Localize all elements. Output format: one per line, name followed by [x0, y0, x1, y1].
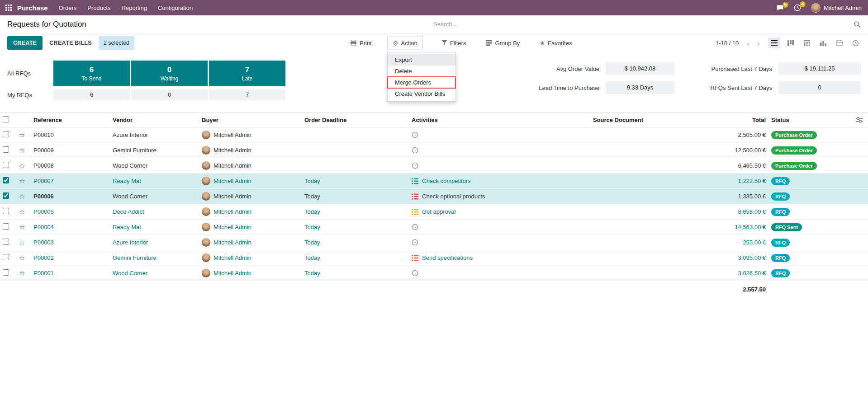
- calendar-view-button[interactable]: [833, 38, 845, 48]
- rfq-reference[interactable]: P00007: [31, 178, 110, 184]
- clock-icon[interactable]: [412, 131, 418, 138]
- star-icon[interactable]: ☆: [16, 224, 31, 230]
- row-checkbox[interactable]: [3, 208, 9, 214]
- kpi-late[interactable]: 7 Late: [209, 61, 285, 86]
- group-by-button[interactable]: Group By: [481, 37, 525, 50]
- column-activities[interactable]: Activities: [409, 117, 545, 123]
- table-row[interactable]: ☆ P00005 Deco Addict Mitchell Admin Toda…: [0, 204, 868, 220]
- rfq-reference[interactable]: P00008: [31, 162, 110, 169]
- table-row[interactable]: ☆ P00008 Wood Corner Mitchell Admin 6,46…: [0, 158, 868, 174]
- select-all-checkbox[interactable]: [3, 116, 9, 122]
- kpi-waiting[interactable]: 0 Waiting: [131, 61, 208, 86]
- clock-icon[interactable]: [412, 147, 418, 154]
- activity-summary[interactable]: Send specifications: [422, 254, 473, 261]
- star-icon[interactable]: ☆: [16, 131, 31, 138]
- nav-products[interactable]: Products: [87, 5, 110, 11]
- column-buyer[interactable]: Buyer: [199, 117, 302, 123]
- my-rfqs-label[interactable]: My RFQs: [7, 92, 53, 98]
- activity-summary[interactable]: Get approval: [422, 208, 455, 215]
- star-icon[interactable]: ☆: [16, 254, 31, 261]
- filters-button[interactable]: Filters: [436, 37, 471, 50]
- create-button[interactable]: CREATE: [7, 36, 43, 50]
- row-checkbox[interactable]: [3, 177, 9, 183]
- row-checkbox[interactable]: [3, 146, 9, 153]
- star-icon[interactable]: ☆: [16, 178, 31, 184]
- activity-view-button[interactable]: [849, 38, 862, 48]
- star-icon[interactable]: ☆: [16, 208, 31, 215]
- clock-icon[interactable]: [412, 224, 418, 230]
- rfq-reference[interactable]: P00003: [31, 239, 110, 246]
- column-vendor[interactable]: Vendor: [110, 117, 199, 123]
- clock-icon[interactable]: [412, 239, 418, 246]
- apps-menu-icon[interactable]: [5, 5, 12, 11]
- rfq-reference[interactable]: P00002: [31, 254, 110, 261]
- table-row[interactable]: ☆ P00007 Ready Mat Mitchell Admin Today …: [0, 174, 868, 189]
- messages-icon[interactable]: 5: [776, 5, 784, 11]
- rfq-reference[interactable]: P00005: [31, 208, 110, 215]
- activity-cell[interactable]: Get approval: [409, 208, 545, 215]
- my-kpi-waiting[interactable]: 0: [131, 89, 208, 100]
- activity-cell[interactable]: Check optional products: [409, 193, 545, 200]
- row-checkbox[interactable]: [3, 192, 9, 199]
- activity-list-icon[interactable]: [412, 255, 418, 261]
- row-checkbox[interactable]: [3, 269, 9, 276]
- row-checkbox[interactable]: [3, 223, 9, 230]
- activity-cell[interactable]: [409, 162, 545, 169]
- search-icon[interactable]: [854, 21, 861, 28]
- activities-icon[interactable]: 4: [794, 4, 801, 11]
- column-order-deadline[interactable]: Order Deadline: [302, 117, 409, 123]
- clock-icon[interactable]: [412, 270, 418, 277]
- star-icon[interactable]: ☆: [16, 239, 31, 246]
- table-row[interactable]: ☆ P00003 Azure Interior Mitchell Admin T…: [0, 235, 868, 250]
- all-rfqs-label[interactable]: All RFQs: [7, 70, 53, 77]
- search-input[interactable]: [433, 21, 854, 28]
- rfq-reference[interactable]: P00004: [31, 224, 110, 230]
- my-kpi-late[interactable]: 7: [209, 89, 285, 100]
- activity-cell[interactable]: Check competitors: [409, 178, 545, 184]
- activity-summary[interactable]: Check competitors: [422, 178, 471, 184]
- star-icon[interactable]: ☆: [16, 270, 31, 277]
- pager-next-icon[interactable]: ›: [757, 39, 760, 47]
- nav-reporting[interactable]: Reporting: [122, 5, 147, 11]
- menu-item-create-vendor-bills[interactable]: Create Vendor Bills: [388, 88, 455, 99]
- table-row[interactable]: ☆ P00009 Gemini Furniture Mitchell Admin…: [0, 143, 868, 158]
- rfq-reference[interactable]: P00001: [31, 270, 110, 277]
- kanban-view-button[interactable]: [784, 38, 797, 48]
- activity-cell[interactable]: [409, 147, 545, 154]
- table-row[interactable]: ☆ P00001 Wood Corner Mitchell Admin Toda…: [0, 266, 868, 281]
- list-view-button[interactable]: [768, 38, 780, 48]
- table-row[interactable]: ☆ P00004 Ready Mat Mitchell Admin Today …: [0, 220, 868, 235]
- kpi-to-send[interactable]: 6 To Send: [53, 61, 130, 86]
- menu-item-delete[interactable]: Delete: [388, 66, 455, 77]
- activity-list-icon[interactable]: [412, 209, 418, 215]
- row-checkbox[interactable]: [3, 131, 9, 137]
- graph-view-button[interactable]: [817, 38, 829, 48]
- star-icon[interactable]: ☆: [16, 193, 31, 200]
- print-button[interactable]: Print: [345, 37, 377, 50]
- nav-orders[interactable]: Orders: [59, 5, 77, 11]
- star-icon[interactable]: ☆: [16, 147, 31, 154]
- column-reference[interactable]: Reference: [31, 117, 110, 123]
- column-source-document[interactable]: Source Document: [545, 117, 692, 123]
- column-total[interactable]: Total: [692, 117, 768, 123]
- favorites-button[interactable]: ★ Favorites: [535, 37, 577, 50]
- activity-cell[interactable]: [409, 270, 545, 277]
- rfq-reference[interactable]: P00009: [31, 147, 110, 154]
- activity-list-icon[interactable]: [412, 193, 418, 200]
- user-menu[interactable]: Mitchell Admin: [811, 3, 862, 13]
- table-row[interactable]: ☆ P00010 Azure Interior Mitchell Admin 2…: [0, 127, 868, 143]
- activity-summary[interactable]: Check optional products: [422, 193, 485, 200]
- activity-cell[interactable]: Send specifications: [409, 254, 545, 261]
- my-kpi-to-send[interactable]: 6: [53, 89, 130, 100]
- app-name[interactable]: Purchase: [17, 4, 48, 12]
- table-row[interactable]: ☆ P00002 Gemini Furniture Mitchell Admin…: [0, 250, 868, 266]
- action-button[interactable]: ⚙ Action: [387, 36, 423, 50]
- row-checkbox[interactable]: [3, 254, 9, 260]
- create-bills-button[interactable]: CREATE BILLS: [49, 40, 92, 46]
- clock-icon[interactable]: [412, 162, 418, 169]
- row-checkbox[interactable]: [3, 239, 9, 245]
- optional-columns-icon[interactable]: [850, 117, 868, 123]
- activity-cell[interactable]: [409, 224, 545, 230]
- column-status[interactable]: Status: [768, 117, 850, 123]
- pivot-view-button[interactable]: [801, 38, 813, 48]
